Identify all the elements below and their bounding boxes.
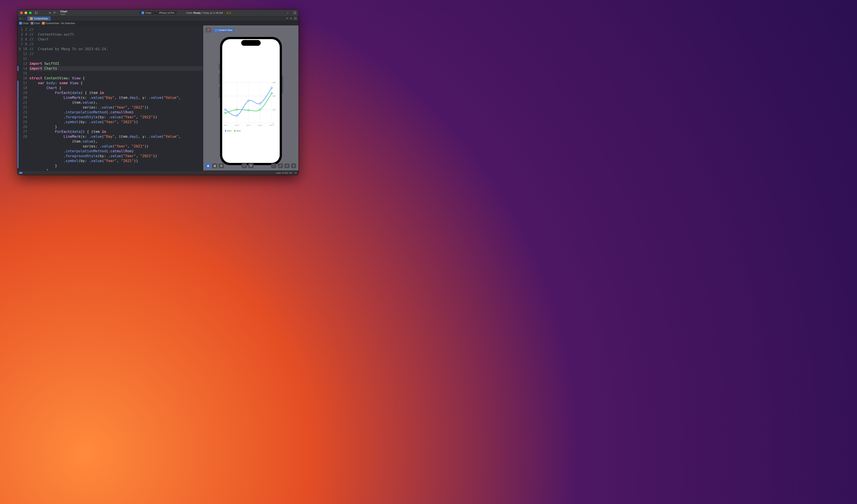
run-destination-pill[interactable]: Chart › 📱 iPhone 14 Pro — [139, 11, 177, 15]
legend-label-2021: 2021 — [236, 130, 241, 132]
zoom-fit-button[interactable]: ⤢ — [278, 163, 283, 168]
svg-rect-7 — [294, 17, 297, 19]
swift-file-icon — [30, 17, 33, 20]
toggle-navigator-button[interactable] — [34, 11, 39, 15]
preview-canvas: 📌 ▢ Content View 0200400600Jun 1Jun 2Jun… — [203, 26, 299, 170]
dynamic-island — [241, 40, 261, 46]
status-prefix: Chart: — [186, 12, 194, 14]
pin-preview-button[interactable]: 📌 — [205, 28, 211, 33]
jump-seg-folder[interactable]: Chart — [34, 22, 40, 24]
main-split: 1 2 3 4 5 6 7 8 9 10 11 12 13 14 15 16 1… — [17, 26, 299, 170]
chevron-right-icon: › — [153, 12, 153, 14]
xcode-window: Chart main Chart › 📱 iPhone 14 Pro Chart… — [17, 9, 299, 175]
related-items-button[interactable]: ☰ — [19, 17, 21, 20]
scheme-name: Chart — [60, 10, 67, 13]
source-change-bar — [17, 66, 18, 71]
legend-dot-2021 — [234, 130, 235, 132]
refresh-preview-button[interactable]: ⇆ — [286, 17, 288, 20]
svg-text:600: 600 — [273, 82, 276, 84]
svg-rect-35 — [259, 109, 261, 110]
app-icon — [141, 12, 144, 14]
plus-icon: ＋ — [286, 11, 289, 15]
minimize-window-button[interactable] — [24, 12, 27, 14]
back-button[interactable]: ‹ — [23, 17, 24, 20]
selectable-preview-button[interactable]: ▦ — [212, 163, 217, 168]
toggle-debug-area-button[interactable]: ▭ — [295, 171, 297, 174]
status-time: Today at 11:46 AM — [203, 12, 223, 14]
svg-text:Jun 2: Jun 2 — [235, 124, 239, 126]
toggle-inspectors-button[interactable] — [293, 17, 297, 20]
svg-text:0: 0 — [273, 122, 274, 124]
svg-text:Jun 3: Jun 3 — [246, 124, 251, 126]
jump-bar[interactable]: Chart › Chart › ContentView › No Selecti… — [17, 21, 299, 26]
code-content[interactable]: // // ContentView.swift // Chart // // C… — [29, 26, 203, 170]
branch-name: main — [60, 13, 67, 16]
warning-count: 1 — [230, 12, 231, 14]
zoom-actual-button[interactable]: = — [284, 163, 290, 168]
svg-rect-32 — [225, 112, 226, 114]
device-scheme: Chart — [145, 12, 151, 14]
add-button[interactable]: ＋ — [285, 11, 290, 15]
svg-point-28 — [236, 115, 238, 117]
zoom-in-button[interactable]: ＋ — [291, 163, 296, 168]
cursor-position: Line: 9 Col: 14 — [276, 171, 292, 174]
zoom-out-button[interactable]: － — [271, 163, 276, 168]
scheme-branch-icon[interactable] — [52, 11, 57, 15]
svg-rect-5 — [293, 12, 296, 14]
svg-point-29 — [248, 100, 249, 101]
legend-label-2022: 2022 — [227, 130, 232, 132]
forward-button[interactable]: › — [25, 17, 26, 20]
device-side-button — [282, 75, 283, 93]
swift-file-icon — [42, 22, 45, 24]
source-change-bar — [17, 81, 18, 168]
preview-selector-pill[interactable]: ▢ Content View — [213, 28, 235, 33]
chevron-right-icon: › — [60, 22, 61, 24]
zoom-window-button[interactable] — [29, 12, 32, 14]
run-button[interactable] — [48, 11, 52, 15]
titlebar: Chart main Chart › 📱 iPhone 14 Pro Chart… — [17, 10, 299, 16]
tab-label: ContentView — [34, 17, 48, 20]
variants-button[interactable]: ⊞ — [219, 163, 224, 168]
adjust-editor-options-button[interactable]: ≣ — [290, 17, 292, 20]
svg-point-31 — [271, 87, 272, 89]
line-number-gutter: 1 2 3 4 5 6 7 8 9 10 11 12 13 14 15 16 1… — [17, 26, 29, 170]
close-window-button[interactable] — [20, 12, 23, 14]
svg-rect-0 — [35, 12, 38, 14]
legend-dot-2022 — [225, 130, 226, 132]
folder-icon — [31, 22, 33, 24]
tab-bar: ☰ ‹ › ContentView ⇆ ≣ — [17, 16, 299, 21]
code-editor[interactable]: 1 2 3 4 5 6 7 8 9 10 11 12 13 14 15 16 1… — [17, 26, 203, 170]
scheme-selector[interactable]: Chart main — [60, 10, 67, 16]
svg-point-27 — [224, 109, 226, 110]
tab-contentview[interactable]: ContentView — [28, 16, 50, 21]
device-settings-button[interactable]: ▭ — [242, 163, 247, 168]
svg-text:Jun 5: Jun 5 — [270, 124, 274, 126]
jump-seg-project[interactable]: Chart — [22, 22, 29, 24]
device-frame-iphone: 0200400600Jun 1Jun 2Jun 3Jun 4Jun 5 2022… — [220, 37, 282, 165]
minimap-indicator[interactable] — [19, 172, 22, 174]
svg-rect-33 — [236, 109, 237, 110]
chevron-right-icon: › — [40, 22, 41, 24]
warning-icon: ⚠ — [226, 12, 229, 14]
svg-point-3 — [54, 13, 54, 14]
warnings-button[interactable]: ⚠ 1 — [225, 11, 232, 15]
chevron-right-icon: › — [29, 22, 30, 24]
status-sep: | — [201, 12, 203, 14]
preview-settings-button[interactable]: ⚙ — [248, 163, 254, 168]
pin-icon: 📌 — [207, 29, 210, 32]
status-bar: Line: 9 Col: 14 ▭ — [17, 170, 299, 175]
device-screen[interactable]: 0200400600Jun 1Jun 2Jun 3Jun 4Jun 5 2022… — [222, 39, 280, 163]
chart-preview: 0200400600Jun 1Jun 2Jun 3Jun 4Jun 5 — [224, 81, 278, 130]
jump-seg-selection[interactable]: No Selection — [61, 22, 75, 24]
preview-label: Content View — [218, 29, 232, 31]
svg-rect-34 — [248, 110, 249, 111]
svg-text:400: 400 — [273, 95, 276, 97]
project-icon — [19, 22, 22, 24]
live-preview-button[interactable]: ◉ — [205, 163, 211, 168]
phone-icon: 📱 — [155, 12, 158, 14]
jump-seg-file[interactable]: ContentView — [45, 22, 59, 24]
view-icon: ▢ — [215, 29, 217, 32]
svg-point-30 — [259, 103, 261, 104]
library-button[interactable] — [292, 11, 297, 15]
svg-text:200: 200 — [273, 109, 276, 111]
